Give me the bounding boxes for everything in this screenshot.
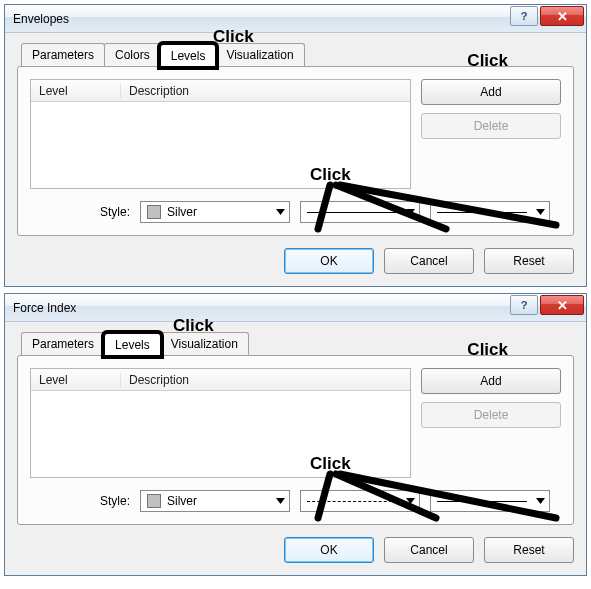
chevron-down-icon — [276, 209, 285, 215]
dialog-buttons: OK Cancel Reset — [17, 248, 574, 274]
tab-panel: Level Description Add Delete Click Style… — [17, 355, 574, 525]
close-button[interactable]: ✕ — [540, 295, 584, 315]
cancel-button[interactable]: Cancel — [384, 537, 474, 563]
tab-parameters[interactable]: Parameters — [21, 43, 105, 66]
style-row: Style: Silver — [30, 490, 561, 512]
dialog-envelopes: Envelopes ? ✕ Click Click Parameters Col… — [4, 4, 587, 287]
chevron-down-icon — [276, 498, 285, 504]
dialog-body: Click Click Parameters Colors Levels Vis… — [5, 33, 586, 286]
dialog-force-index: Force Index ? ✕ Click Click Parameters L… — [4, 293, 587, 576]
style-color-name: Silver — [167, 494, 197, 508]
tabstrip: Parameters Colors Levels Visualization — [21, 43, 574, 66]
titlebar-title: Envelopes — [13, 12, 69, 26]
chevron-down-icon — [536, 209, 545, 215]
tab-panel: Level Description Add Delete Click Style… — [17, 66, 574, 236]
grid-header: Level Description — [31, 80, 410, 102]
thickness-sample-icon — [437, 501, 527, 502]
ok-button[interactable]: OK — [284, 248, 374, 274]
levels-grid[interactable]: Level Description — [30, 368, 411, 478]
delete-button: Delete — [421, 113, 561, 139]
add-button[interactable]: Add — [421, 79, 561, 105]
style-label: Style: — [100, 205, 130, 219]
color-swatch-icon — [147, 494, 161, 508]
style-color-name: Silver — [167, 205, 197, 219]
color-swatch-icon — [147, 205, 161, 219]
panel-row: Level Description Add Delete — [30, 368, 561, 478]
tab-levels[interactable]: Levels — [160, 44, 217, 67]
reset-button[interactable]: Reset — [484, 248, 574, 274]
tab-levels[interactable]: Levels — [104, 333, 161, 356]
help-button[interactable]: ? — [510, 295, 538, 315]
help-button[interactable]: ? — [510, 6, 538, 26]
dialog-buttons: OK Cancel Reset — [17, 537, 574, 563]
ok-button[interactable]: OK — [284, 537, 374, 563]
dialog-body: Click Click Parameters Levels Visualizat… — [5, 322, 586, 575]
line-sample-icon — [307, 501, 397, 502]
titlebar-buttons: ? ✕ — [510, 295, 584, 315]
tab-visualization[interactable]: Visualization — [215, 43, 304, 66]
cancel-button[interactable]: Cancel — [384, 248, 474, 274]
style-row: Style: Silver — [30, 201, 561, 223]
grid-col-level[interactable]: Level — [31, 84, 121, 98]
line-sample-icon — [307, 212, 397, 213]
reset-button[interactable]: Reset — [484, 537, 574, 563]
chevron-down-icon — [536, 498, 545, 504]
style-label: Style: — [100, 494, 130, 508]
grid-col-level[interactable]: Level — [31, 373, 121, 387]
titlebar-title: Force Index — [13, 301, 76, 315]
close-icon: ✕ — [557, 9, 568, 24]
titlebar[interactable]: Envelopes ? ✕ — [5, 5, 586, 33]
help-icon: ? — [521, 10, 528, 22]
tabstrip: Parameters Levels Visualization — [21, 332, 574, 355]
chevron-down-icon — [406, 209, 415, 215]
titlebar-buttons: ? ✕ — [510, 6, 584, 26]
tab-colors[interactable]: Colors — [104, 43, 161, 66]
style-thickness-dropdown[interactable] — [430, 201, 550, 223]
style-color-dropdown[interactable]: Silver — [140, 201, 290, 223]
tab-parameters[interactable]: Parameters — [21, 332, 105, 355]
add-button[interactable]: Add — [421, 368, 561, 394]
titlebar[interactable]: Force Index ? ✕ — [5, 294, 586, 322]
chevron-down-icon — [406, 498, 415, 504]
style-line-dropdown[interactable] — [300, 490, 420, 512]
style-thickness-dropdown[interactable] — [430, 490, 550, 512]
close-button[interactable]: ✕ — [540, 6, 584, 26]
tab-visualization[interactable]: Visualization — [160, 332, 249, 355]
grid-col-description[interactable]: Description — [121, 84, 197, 98]
grid-header: Level Description — [31, 369, 410, 391]
close-icon: ✕ — [557, 298, 568, 313]
panel-row: Level Description Add Delete — [30, 79, 561, 189]
grid-col-description[interactable]: Description — [121, 373, 197, 387]
delete-button: Delete — [421, 402, 561, 428]
thickness-sample-icon — [437, 212, 527, 213]
side-buttons: Add Delete — [421, 368, 561, 478]
style-color-dropdown[interactable]: Silver — [140, 490, 290, 512]
help-icon: ? — [521, 299, 528, 311]
style-line-dropdown[interactable] — [300, 201, 420, 223]
levels-grid[interactable]: Level Description — [30, 79, 411, 189]
side-buttons: Add Delete — [421, 79, 561, 189]
